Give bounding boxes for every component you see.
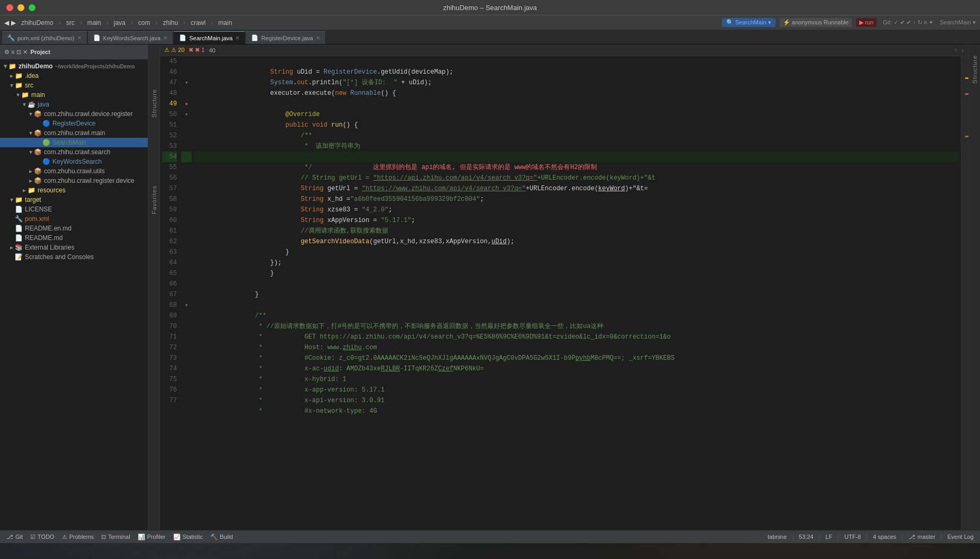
tab-close-pom[interactable]: ✕ [77, 35, 82, 41]
error-count[interactable]: ✖ ✖ 1 [189, 47, 204, 54]
code-line-75: * x-app-version: 5.17.1 [194, 374, 959, 385]
code-line-64: } [194, 258, 959, 268]
todo-icon: ☑ [30, 534, 35, 540]
tab-close-register[interactable]: ✕ [316, 35, 320, 41]
tree-crawl-search-pkg[interactable]: ▾ 📦 com.zhihu.crawl.search [0, 147, 148, 157]
code-line-65 [194, 268, 959, 279]
tree-scratches[interactable]: 📝 Scratches and Consoles [0, 252, 148, 262]
code-content: 45 46 47 48 49 50 51 52 53 54 55 56 57 5… [160, 56, 968, 530]
scroll-marker-error [965, 93, 968, 95]
code-line-71: * Host: www.zhihu.com [194, 332, 959, 342]
git-branch-status[interactable]: ⎇ master [906, 534, 938, 540]
tab-search-main[interactable]: 📄 SearchMain.java ✕ [174, 31, 245, 44]
indent-status[interactable]: 4 spaces [871, 534, 898, 540]
line-sep-status[interactable]: LF [823, 534, 834, 540]
tab-close-keywords[interactable]: ✕ [163, 35, 167, 41]
tree-java[interactable]: ▾ ☕ java [0, 100, 148, 109]
code-line-73: * x-ac-udid: AMDZb43xeRJLBR-IITqKR26ZCze… [194, 353, 959, 363]
forward-icon[interactable]: ▶ [11, 19, 16, 26]
tab-register-device[interactable]: 📄 RegisterDevice.java ✕ [246, 31, 326, 44]
todo-button[interactable]: ☑ TODO [28, 534, 57, 540]
structure-label[interactable]: Structure [972, 55, 978, 84]
code-line-46: System.out.println("[*] 设备ID: " + uDid); [194, 67, 959, 77]
code-line-45: String uDid = RegisterDevice.getUdid(dev… [194, 56, 959, 67]
tree-register-device-pkg2[interactable]: ▸ 📦 com.zhuhu.crawl.register.device [0, 176, 148, 185]
fold-marker-68[interactable]: ▾ [181, 300, 192, 310]
tree-pom-xml[interactable]: 🔧 pom.xml [0, 214, 148, 224]
problems-icon: ⚠ [62, 534, 67, 540]
nav-main[interactable]: main [84, 18, 104, 28]
pom-xml-icon: 🔧 [7, 34, 15, 41]
tree-readme[interactable]: 📄 README.md [0, 233, 148, 243]
tree-external-libs[interactable]: ▸ 📚 External Libraries [0, 243, 148, 252]
code-line-67 [194, 289, 959, 300]
anon-runnable-config[interactable]: ⚡ anonymous Runnable [780, 18, 852, 27]
code-scroll-area[interactable]: 45 46 47 48 49 50 51 52 53 54 55 56 57 5… [160, 56, 968, 530]
line-col-status[interactable]: 53:24 [797, 534, 816, 540]
maximize-button[interactable] [29, 4, 35, 11]
fold-marker-50[interactable]: ▾ [181, 109, 192, 120]
close-button[interactable] [6, 4, 13, 11]
profiler-button[interactable]: 📊 Profiler [136, 534, 168, 540]
tree-register-device-class[interactable]: 🔵 RegisterDevice [0, 119, 148, 128]
tree-root[interactable]: ▾ 📁 zhihuDemo ~/work/IdeaProjects/zhihuD… [0, 61, 148, 71]
tree-crawl-main-pkg[interactable]: ▾ 📦 com.zhihu.crawl.main [0, 128, 148, 138]
tree-src[interactable]: ▾ 📁 src [0, 81, 148, 90]
code-lines[interactable]: String uDid = RegisterDevice.getUdid(dev… [192, 56, 961, 530]
event-log-status[interactable]: Event Log [945, 534, 976, 540]
code-line-66: } [194, 279, 959, 289]
tree-search-main-class[interactable]: 🟢 SearchMain [0, 138, 148, 147]
nav-project[interactable]: zhihuDemo [18, 18, 57, 28]
code-line-68: /** [194, 300, 959, 310]
breakpoint-49[interactable]: ● [181, 99, 192, 109]
search-main-run-config[interactable]: 🔍 SearchMain ▾ [722, 18, 776, 27]
nav-src[interactable]: src [63, 18, 78, 28]
tree-readme-en[interactable]: 📄 README.en.md [0, 224, 148, 233]
nav-crawl[interactable]: crawl [188, 18, 209, 28]
fold-marker-47[interactable]: ▾ [181, 77, 192, 88]
nav-zhihu[interactable]: zhihu [159, 18, 181, 28]
build-button[interactable]: 🔨 Build [208, 534, 235, 540]
statistic-button[interactable]: 📈 Statistic [171, 534, 206, 540]
nav-crawl-main[interactable]: main [215, 18, 235, 28]
warning-count[interactable]: ⚠ ⚠ 20 [164, 47, 184, 54]
scroll-to-bottom[interactable]: ↓ [961, 47, 964, 53]
code-line-77: * #x-network-type: 4G [194, 395, 959, 406]
code-line-60: //调用请求函数,获取搜索数据 [194, 215, 959, 226]
tree-keywords-search-class[interactable]: 🔵 KeyWordsSearch [0, 157, 148, 166]
right-scroll-gutter[interactable] [961, 56, 968, 530]
file-tabs: 🔧 pom.xml (zhihuDemo) ✕ 📄 KeyWordsSearch… [0, 30, 980, 45]
favorites-side-label[interactable]: Favorites [151, 185, 157, 214]
tab-keywords-search[interactable]: 📄 KeyWordsSearch.java ✕ [88, 31, 174, 44]
git-branch-icon: ⎇ [908, 534, 915, 540]
tree-idea[interactable]: ▸ 📁 .idea [0, 71, 148, 81]
code-line-63: }); [194, 247, 959, 258]
nav-com[interactable]: com [135, 18, 154, 28]
back-icon[interactable]: ◀ [4, 19, 9, 26]
minimize-button[interactable] [17, 4, 24, 11]
gutter-icons: ▾ ● ▾ [181, 56, 192, 530]
terminal-button[interactable]: ⊡ Terminal [99, 534, 132, 540]
tab-close-search-main[interactable]: ✕ [235, 35, 239, 41]
code-line-51: /** [194, 120, 959, 130]
scroll-to-top[interactable]: ↑ [955, 47, 957, 53]
tree-license[interactable]: 📄 LICENSE [0, 205, 148, 214]
encoding-status[interactable]: UTF-8 [842, 534, 863, 540]
structure-side-label[interactable]: Structure [151, 89, 157, 118]
project-header-icons: ⚙ ≡ ⊡ ✕ [4, 49, 28, 56]
nav-java[interactable]: java [111, 18, 129, 28]
tree-crawl-utils-pkg[interactable]: ▸ 📦 com.zhuhu.crawl.utils [0, 166, 148, 176]
tree-target[interactable]: ▾ 📁 target [0, 195, 148, 205]
code-line-70: * GET https://api.zhihu.com/api/v4/searc… [194, 321, 959, 332]
tree-main[interactable]: ▾ 📁 main [0, 90, 148, 100]
tabnine-status[interactable]: tabnine [765, 534, 789, 540]
problems-button[interactable]: ⚠ Problems [60, 534, 96, 540]
run-button[interactable]: ▶ run [856, 18, 877, 27]
tab-pom-xml[interactable]: 🔧 pom.xml (zhihuDemo) ✕ [2, 31, 87, 44]
tree-resources[interactable]: ▸ 📁 resources [0, 185, 148, 195]
toolbar-actions: SearchMain ▾ [940, 19, 976, 26]
project-panel-header: ⚙ ≡ ⊡ ✕ Project [0, 45, 148, 59]
code-line-50: public void run() { [194, 109, 959, 120]
git-bottom-button[interactable]: ⎇ Git [4, 534, 25, 540]
tree-device-register-pkg[interactable]: ▾ 📦 com.zhihu.crawl.device.register [0, 109, 148, 119]
